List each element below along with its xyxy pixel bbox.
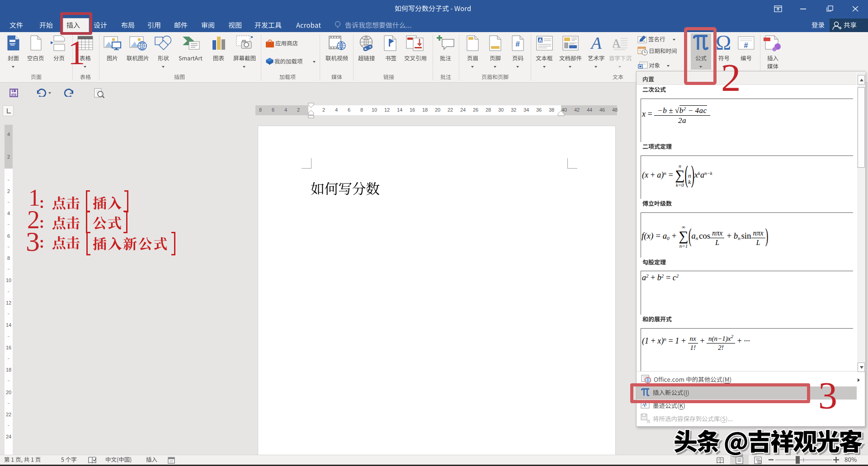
svg-text:Ω: Ω [716, 33, 731, 52]
svg-text:π: π [646, 417, 650, 424]
svg-text:A: A [590, 35, 602, 52]
svg-text:#: # [515, 40, 520, 48]
svg-text:A: A [538, 38, 542, 43]
svg-text:#: # [744, 42, 748, 49]
